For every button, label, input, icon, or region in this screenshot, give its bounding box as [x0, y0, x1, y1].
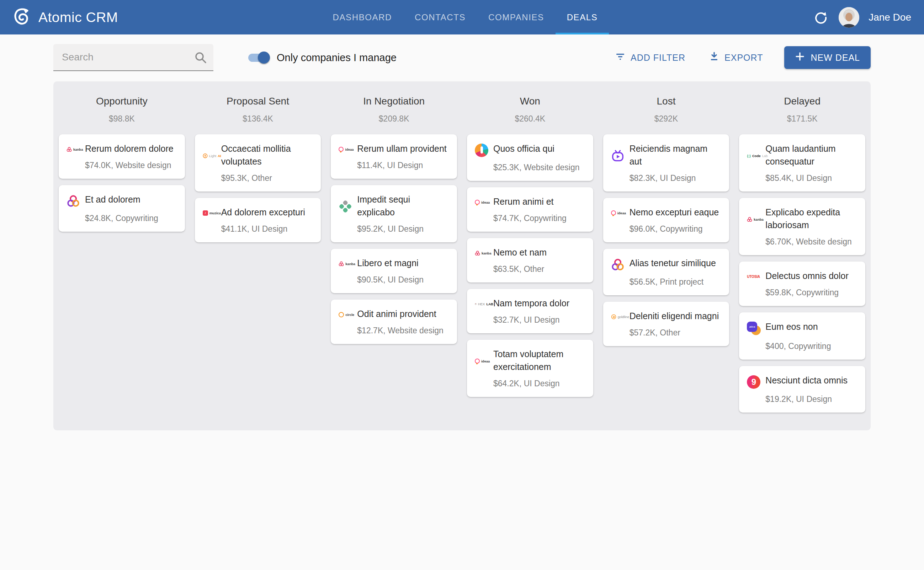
deals-board: Opportunity $98.8K kanba Rerum dolorem d… — [53, 81, 871, 431]
deal-card[interactable]: Impedit sequi explicabo $95.2K, UI Desig… — [331, 185, 457, 242]
deal-amount: $85.4K, UI Design — [766, 173, 858, 183]
deal-amount: $57.2K, Other — [629, 328, 722, 338]
circle-logo: circle — [338, 307, 357, 320]
column-title: In Negotiation — [331, 96, 457, 107]
column-title: Proposal Sent — [195, 96, 321, 107]
deal-title: Occaecati mollitia voluptates — [221, 142, 313, 168]
column-won: Won $260.4K Quos officia qui $25.3K, Web… — [467, 86, 593, 425]
deal-card[interactable]: ideaa Rerum animi et $74.7K, Copywriting — [467, 187, 593, 232]
user-name: Jane Doe — [869, 12, 911, 23]
only-companies-toggle[interactable] — [248, 51, 270, 65]
export-button[interactable]: EXPORT — [709, 51, 763, 64]
search-input[interactable] — [53, 44, 214, 71]
deal-card[interactable]: ideaa Rerum ullam provident $11.4K, UI D… — [331, 134, 457, 179]
clover-logo — [338, 193, 357, 219]
column-total: $136.4K — [195, 114, 321, 124]
deal-title: Rerum dolorem dolore — [85, 142, 177, 155]
column-opportunity: Opportunity $98.8K kanba Rerum dolorem d… — [59, 86, 185, 425]
logo-text: HEX — [478, 302, 485, 306]
column-lost: Lost $292K Reiciendis magnam aut $82.3K,… — [603, 86, 729, 425]
add-filter-button[interactable]: ADD FILTER — [615, 51, 685, 64]
knot-logo — [611, 257, 629, 271]
toggle-label: Only companies I manage — [277, 52, 397, 64]
logo-text: AI — [218, 154, 221, 158]
tab-companies[interactable]: COMPANIES — [477, 0, 555, 34]
deal-card[interactable]: kanba Rerum dolorem dolore $74.0K, Websi… — [59, 134, 185, 179]
logo-text: ideaa — [617, 211, 626, 215]
deal-card[interactable]: Alias tenetur similique $56.5K, Print pr… — [603, 249, 729, 295]
deal-card[interactable]: ideaa Nemo excepturi eaque $96.0K, Copyw… — [603, 198, 729, 242]
deal-card[interactable]: 9 Nesciunt dicta omnis $19.2K, UI Design — [739, 366, 865, 412]
deal-amount: $90.5K, UI Design — [357, 275, 449, 285]
deal-title: Alias tenetur similique — [629, 257, 722, 271]
new-deal-button[interactable]: NEW DEAL — [784, 46, 871, 69]
logo-text: ideaa — [481, 201, 490, 204]
deal-title: Et ad dolorem — [85, 193, 177, 208]
deal-card[interactable]: atica Eum eos non $400, Copywriting — [739, 313, 865, 360]
logo-text: circle — [345, 313, 354, 317]
deal-card[interactable]: goldline Deleniti eligendi magni $57.2K,… — [603, 302, 729, 346]
deal-card[interactable]: ideaa Totam voluptatem exercitationem $6… — [467, 340, 593, 397]
deal-card[interactable]: HEXLAB Nam tempora dolor $32.7K, UI Desi… — [467, 289, 593, 333]
deal-title: Rerum ullam provident — [357, 142, 449, 155]
kanba-logo: kanba — [475, 246, 493, 259]
download-icon — [709, 51, 720, 64]
deal-card[interactable]: Reiciendis magnam aut $82.3K, UI Design — [603, 134, 729, 192]
deal-title: Nemo et nam — [493, 246, 586, 259]
atica-logo: atica — [747, 320, 766, 336]
search-icon — [194, 51, 208, 66]
deal-card[interactable]: kanba Explicabo expedita laboriosam $6.7… — [739, 198, 865, 255]
main-nav: DASHBOARD CONTACTS COMPANIES DEALS — [118, 0, 812, 34]
deal-title: Odit animi provident — [357, 307, 449, 320]
deal-title: Totam voluptatem exercitationem — [493, 348, 586, 373]
deal-title: Ad dolorem excepturi — [221, 206, 313, 219]
avatar[interactable] — [839, 7, 859, 28]
header-actions: Jane Doe — [812, 0, 911, 34]
knot-logo — [66, 193, 85, 208]
deal-card[interactable]: Et ad dolorem $24.8K, Copywriting — [59, 185, 185, 232]
filter-icon — [615, 51, 626, 64]
logo-text: UTOSIA — [747, 275, 759, 279]
goldline-logo: goldline — [611, 310, 629, 322]
deal-amount: $11.4K, UI Design — [357, 161, 449, 170]
deal-title: Eum eos non — [766, 320, 858, 336]
deal-card[interactable]: kanba Libero et magni $90.5K, UI Design — [331, 249, 457, 293]
column-total: $98.8K — [59, 114, 185, 124]
deal-title: Rerum animi et — [493, 195, 586, 208]
add-filter-label: ADD FILTER — [630, 53, 685, 63]
column-proposal-sent: Proposal Sent $136.4K LightAI Occaecati … — [195, 86, 321, 425]
tab-contacts[interactable]: CONTACTS — [403, 0, 477, 34]
deal-amount: $32.7K, UI Design — [493, 315, 586, 325]
pie-logo — [475, 142, 493, 157]
nine-logo: 9 — [747, 374, 766, 389]
deal-amount: $19.2K, UI Design — [766, 394, 858, 404]
logo-text: LAB — [486, 302, 493, 306]
tab-dashboard[interactable]: DASHBOARD — [321, 0, 403, 34]
deal-card[interactable]: circle Odit animi provident $12.7K, Webs… — [331, 300, 457, 344]
deal-card[interactable]: UTOSIA Delectus omnis dolor $59.8K, Copy… — [739, 262, 865, 306]
app-title: Atomic CRM — [38, 9, 118, 25]
tab-deals[interactable]: DEALS — [555, 0, 609, 34]
lightai-logo: LightAI — [203, 142, 221, 168]
deal-card[interactable]: LightAI Occaecati mollitia voluptates $9… — [195, 134, 321, 192]
brand: Atomic CRM — [13, 0, 118, 34]
deal-card[interactable]: {;}CodeLab Quam laudantium consequatur $… — [739, 134, 865, 192]
logo-text: kanba — [753, 218, 763, 221]
logo-text: Light — [209, 154, 217, 158]
deal-amount: $400, Copywriting — [766, 342, 858, 351]
refresh-icon[interactable] — [812, 9, 829, 26]
deal-amount: $41.1K, UI Design — [221, 224, 313, 234]
deal-amount: $96.0K, Copywriting — [629, 224, 722, 234]
column-title: Opportunity — [59, 96, 185, 107]
deal-card[interactable]: Quos officia qui $25.3K, Website design — [467, 134, 593, 181]
deal-card[interactable]: kanba Nemo et nam $63.5K, Other — [467, 238, 593, 282]
column-title: Won — [467, 96, 593, 107]
logo-text: ideaa — [345, 147, 354, 152]
deal-card[interactable]: muzica Ad dolorem excepturi $41.1K, UI D… — [195, 198, 321, 242]
search-field — [53, 44, 214, 71]
ideaa-logo: ideaa — [611, 206, 629, 219]
muzica-logo: muzica — [203, 206, 221, 219]
deal-amount: $95.2K, UI Design — [357, 224, 449, 234]
deal-amount: $24.8K, Copywriting — [85, 214, 177, 223]
toolbar: Only companies I manage ADD FILTER EXPOR… — [0, 34, 924, 70]
